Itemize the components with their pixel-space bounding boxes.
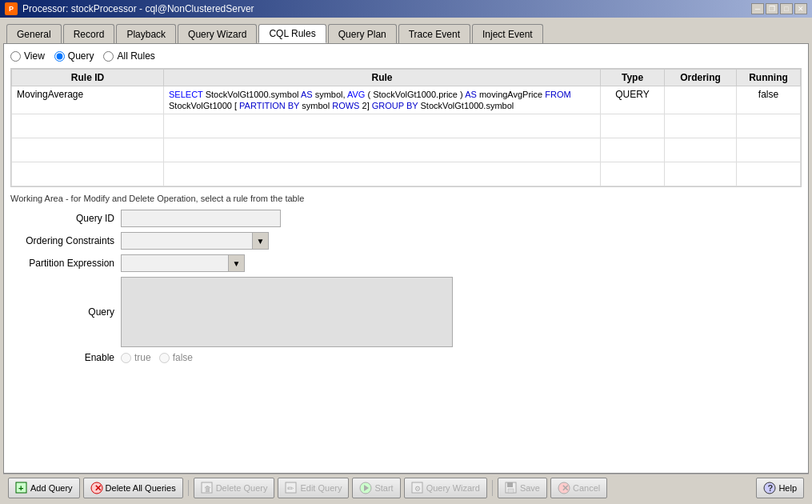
radio-view-input[interactable]	[10, 51, 21, 62]
col-header-type: Type	[601, 70, 665, 86]
svg-text:✕: ✕	[94, 483, 101, 493]
query-wizard-label: Query Wizard	[426, 483, 480, 493]
radio-query[interactable]: Query	[54, 50, 94, 62]
enable-true-text: true	[134, 352, 151, 363]
cell-type: QUERY	[601, 86, 665, 114]
window-title: Processor: stockProcessor - cql@NonClust…	[22, 3, 254, 14]
enable-true-label[interactable]: true	[121, 352, 151, 363]
edit-query-icon: ✏	[285, 482, 298, 494]
partition-label: Partition Expression	[10, 258, 114, 269]
query-id-input[interactable]	[121, 210, 281, 227]
add-query-button[interactable]: + Add Query	[8, 478, 80, 498]
start-label: Start	[374, 483, 393, 493]
window-controls: ─ ❐ □ ✕	[751, 3, 807, 14]
app-icon: P	[5, 2, 18, 15]
col-header-rule: Rule	[164, 70, 601, 86]
start-button[interactable]: Start	[352, 478, 400, 498]
delete-query-button[interactable]: 🗑 Delete Query	[194, 478, 275, 498]
col-header-ordering: Ordering	[665, 70, 737, 86]
tab-trace-event[interactable]: Trace Event	[398, 24, 470, 43]
radio-view[interactable]: View	[10, 50, 45, 62]
delete-query-icon: 🗑	[201, 482, 214, 494]
help-button[interactable]: ? Help	[756, 478, 804, 498]
table-row-empty-3	[12, 162, 801, 186]
ordering-select-wrapper: ▼	[121, 232, 802, 250]
enable-false-text: false	[173, 352, 193, 363]
radio-all-rules-label: All Rules	[117, 50, 154, 62]
enable-true-radio[interactable]	[121, 353, 131, 363]
add-query-label: Add Query	[30, 483, 73, 493]
query-textarea[interactable]	[121, 277, 453, 347]
radio-view-label: View	[24, 50, 45, 62]
separator-2	[492, 480, 493, 496]
tab-inject-event[interactable]: Inject Event	[472, 24, 543, 43]
cancel-icon: ✕	[558, 482, 570, 494]
tab-cql-rules[interactable]: CQL Rules	[258, 24, 326, 43]
partition-dropdown-btn[interactable]: ▼	[229, 254, 245, 272]
minimize-button[interactable]: ─	[751, 3, 764, 14]
main-panel: View Query All Rules Rule ID Rule Type O	[3, 43, 809, 474]
ordering-dropdown-btn[interactable]: ▼	[253, 232, 269, 250]
edit-query-button[interactable]: ✏ Edit Query	[278, 478, 349, 498]
query-wizard-button[interactable]: ⚙ Query Wizard	[404, 478, 487, 498]
table-row[interactable]: MovingAverage SELECT StockVolGt1000.symb…	[12, 86, 801, 114]
rules-table: Rule ID Rule Type Ordering Running Movin…	[11, 69, 801, 186]
delete-all-queries-button[interactable]: ✕ Delete All Queries	[83, 478, 183, 498]
table-row-empty-1	[12, 114, 801, 138]
svg-rect-13	[507, 482, 513, 487]
rules-table-container: Rule ID Rule Type Ordering Running Movin…	[10, 68, 802, 187]
svg-text:+: +	[18, 483, 23, 493]
enable-false-label[interactable]: false	[159, 352, 193, 363]
cell-ordering	[665, 86, 737, 114]
cancel-button[interactable]: ✕ Cancel	[550, 478, 607, 498]
working-area-title: Working Area - for Modify and Delete Ope…	[10, 194, 802, 203]
query-wizard-icon: ⚙	[411, 482, 424, 494]
filter-radio-row: View Query All Rules	[10, 50, 802, 62]
col-header-running: Running	[737, 70, 801, 86]
svg-text:🗑: 🗑	[204, 485, 211, 493]
enable-row: true false	[121, 352, 802, 363]
restore-button[interactable]: ❐	[766, 3, 778, 14]
table-row-empty-2	[12, 138, 801, 162]
enable-label: Enable	[10, 352, 114, 363]
partition-select[interactable]	[121, 254, 229, 272]
enable-false-radio[interactable]	[159, 353, 170, 363]
radio-all-rules-input[interactable]	[103, 51, 114, 62]
tabs-bar: General Record Playback Query Wizard CQL…	[3, 21, 809, 43]
close-button[interactable]: ✕	[794, 3, 807, 14]
tab-record[interactable]: Record	[63, 24, 115, 43]
save-button[interactable]: Save	[498, 478, 547, 498]
maximize-button[interactable]: □	[780, 3, 793, 14]
tab-general[interactable]: General	[6, 24, 62, 43]
form-grid: Query ID Ordering Constraints ▼ Partitio…	[10, 210, 802, 363]
separator-1	[188, 480, 189, 496]
title-bar: P Processor: stockProcessor - cql@NonClu…	[0, 0, 812, 18]
start-icon	[359, 482, 372, 494]
footer-bar: + Add Query ✕ Delete All Queries 🗑 Delet…	[3, 474, 809, 501]
radio-query-input[interactable]	[54, 51, 65, 62]
svg-text:⚙: ⚙	[414, 485, 421, 493]
save-label: Save	[520, 483, 540, 493]
svg-text:✏: ✏	[287, 484, 294, 493]
edit-query-label: Edit Query	[300, 483, 342, 493]
query-id-label: Query ID	[10, 213, 114, 224]
col-header-rule-id: Rule ID	[12, 70, 164, 86]
working-area: Working Area - for Modify and Delete Ope…	[10, 194, 802, 466]
svg-text:✕: ✕	[561, 483, 568, 493]
cell-running: false	[737, 86, 801, 114]
ordering-label: Ordering Constraints	[10, 235, 114, 246]
help-icon: ?	[763, 482, 776, 494]
svg-text:?: ?	[768, 483, 774, 493]
ordering-select[interactable]	[121, 232, 253, 250]
tab-query-wizard[interactable]: Query Wizard	[178, 24, 257, 43]
delete-all-queries-label: Delete All Queries	[106, 483, 176, 493]
radio-query-label: Query	[68, 50, 94, 62]
delete-all-icon: ✕	[90, 482, 103, 494]
cell-rule: SELECT StockVolGt1000.symbol AS symbol, …	[164, 86, 601, 114]
tab-playback[interactable]: Playback	[116, 24, 176, 43]
add-query-icon: +	[15, 482, 28, 494]
cell-rule-id: MovingAverage	[12, 86, 164, 114]
save-icon	[505, 482, 518, 494]
tab-query-plan[interactable]: Query Plan	[328, 24, 397, 43]
radio-all-rules[interactable]: All Rules	[103, 50, 154, 62]
